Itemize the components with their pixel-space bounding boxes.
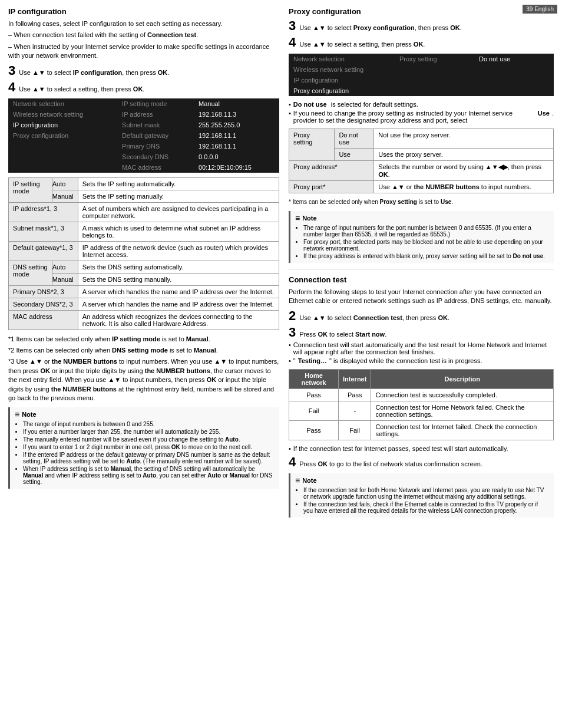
menu-cell-wireless: Wireless network setting: [8, 109, 117, 120]
info-desc-auto: Sets the IP setting automatically.: [78, 177, 279, 190]
left-note-item-4: If you want to enter 1 or 2 digit number…: [23, 444, 275, 450]
menu-cell-pdns-label: Primary DNS: [117, 141, 194, 151]
proxy-row-address: Proxy address* Selects the number or wor…: [289, 161, 554, 181]
proxy-note-box: Note The range of input numbers for the …: [289, 211, 554, 263]
info-row-subnet: Subnet mask*1, 3 A mask which is used to…: [9, 222, 279, 241]
right-step3-text: Use ▲▼ to select Proxy configuration, th…: [299, 24, 462, 31]
proxy-row-donotuse: Proxy setting Do not use Not use the pro…: [289, 129, 554, 149]
info-label-ipsetting: IP settingmode: [9, 177, 52, 202]
info-desc-mac: An address which recognizes the devices …: [78, 310, 279, 330]
menu-cell-manual: Manual: [194, 98, 279, 109]
conn-after-bullet-1: If the connection test for Internet pass…: [289, 445, 554, 452]
conn-step4-line: 4 Press OK to go to the list of network …: [289, 456, 554, 469]
conn-row3-desc: Connection test for Internet failed. Che…: [371, 420, 554, 440]
proxy-menu-proxy-setting: Proxy setting: [395, 54, 474, 64]
left-note-title: Note: [15, 410, 275, 419]
info-label-gateway: Default gateway*1, 3: [9, 241, 78, 261]
proxy-menu-row-2: Wireless network setting: [289, 64, 554, 75]
menu-cell-subnet-label: Subnet mask: [117, 120, 194, 130]
left-step3-text: Use ▲▼ to select IP configuration, then …: [19, 69, 169, 76]
proxy-desc-donotuse: Not use the proxy server.: [374, 129, 554, 149]
left-note-list: The range of input numbers is between 0 …: [15, 421, 275, 485]
conn-step2-num: 2: [289, 309, 296, 322]
info-desc-dns-auto: Sets the DNS setting automatically.: [78, 261, 279, 273]
conn-step2-text: Use ▲▼ to select Connection test, then p…: [299, 314, 449, 321]
proxy-menu-wireless: Wireless network setting: [289, 64, 395, 75]
conn-th-internet: Internet: [339, 369, 371, 388]
left-step3-line: 3 Use ▲▼ to select IP configuration, the…: [8, 64, 279, 77]
conn-table-body: Pass Pass Connection test is successfull…: [289, 388, 554, 440]
info-sublabel-dns-auto: Auto: [52, 261, 78, 273]
conn-note-2: If the connection test fails, check if t…: [303, 501, 549, 514]
proxy-bullet-1: Do not use is selected for default setti…: [289, 101, 554, 108]
right-column: Proxy configuration 3 Use ▲▼ to select P…: [289, 7, 554, 721]
left-intro: In following cases, select IP configurat…: [8, 19, 279, 28]
conn-step3-line: 3 Press OK to select Start now.: [289, 326, 554, 339]
info-label-ipaddr: IP address*1, 3: [9, 202, 78, 222]
proxy-label-setting: Proxy setting: [289, 129, 335, 161]
menu-row-7: MAC address 00:12:0E:10:09:15: [8, 162, 279, 173]
proxy-bullet-2: If you need to change the proxy setting …: [289, 110, 554, 124]
menu-row-5: Primary DNS 192.168.11.1: [8, 141, 279, 151]
proxy-note-list: The range of input numbers for the port …: [295, 225, 549, 259]
conn-step4-num: 4: [289, 456, 296, 469]
menu-cell-sdns-label: Secondary DNS: [117, 151, 194, 162]
conn-row1-home: Pass: [289, 388, 339, 401]
conn-note-box: Note If the connection test for both Hom…: [289, 473, 554, 518]
menu-cell-proxy: Proxy configuration: [8, 130, 117, 141]
proxy-menu-ipconfig: IP configuration: [289, 75, 395, 85]
left-bullet-1: – When connection test failed with the s…: [8, 31, 279, 39]
page-number: 39: [526, 6, 533, 12]
conn-step2-line: 2 Use ▲▼ to select Connection test, then…: [289, 309, 554, 322]
left-note-box: Note The range of input numbers is betwe…: [8, 407, 279, 489]
conn-note-title: Note: [295, 476, 549, 485]
conn-bullet-2: "Testing…" is displayed while the connec…: [289, 357, 554, 364]
menu-cell-sdns-val: 0.0.0.0: [194, 151, 279, 162]
menu-row-2: Wireless network setting IP address 192.…: [8, 109, 279, 120]
proxy-row-port: Proxy port* Use ▲▼ or the NUMBER buttons…: [289, 181, 554, 193]
info-row-mac: MAC address An address which recognizes …: [9, 310, 279, 330]
proxy-label-address: Proxy address*: [289, 161, 374, 181]
info-desc-pdns: A server which handles the name and IP a…: [78, 285, 279, 298]
right-step4-num: 4: [289, 36, 296, 49]
conn-row1-desc: Connection test is successfully complete…: [371, 388, 554, 401]
section-divider: [289, 269, 554, 269]
conn-test-table: Home network Internet Description Pass P…: [289, 369, 554, 440]
conn-step3-text: Press OK to select Start now.: [299, 331, 386, 338]
menu-cell-ipsetting: IP setting mode: [117, 98, 194, 109]
info-desc-sdns: A server which handles the name and IP a…: [78, 298, 279, 310]
proxy-menu-row-3: IP configuration: [289, 75, 554, 85]
conn-intro: Perform the following steps to test your…: [289, 288, 554, 306]
proxy-menu-col3-empty2: [474, 75, 554, 85]
menu-row-3: IP configuration Subnet mask 255.255.255…: [8, 120, 279, 130]
left-note-item-3: The manually entered number will be save…: [23, 436, 275, 443]
conn-row2-home: Fail: [289, 401, 339, 420]
info-row-dns-auto: DNS settingmode Auto Sets the DNS settin…: [9, 261, 279, 273]
page: 39 English IP configuration In following…: [0, 0, 562, 728]
info-label-dns: DNS settingmode: [9, 261, 52, 285]
menu-row-4: Proxy configuration Default gateway 192.…: [8, 130, 279, 141]
proxy-label-port: Proxy port*: [289, 181, 374, 193]
conn-row-1: Pass Pass Connection test is successfull…: [289, 388, 554, 401]
right-step4-line: 4 Use ▲▼ to select a setting, then press…: [289, 36, 554, 49]
info-label-subnet: Subnet mask*1, 3: [9, 222, 78, 241]
left-section-title: IP configuration: [8, 7, 279, 16]
info-desc-manual: Sets the IP setting manually.: [78, 190, 279, 202]
proxy-note-1: The range of input numbers for the port …: [303, 225, 549, 238]
conn-row1-internet: Pass: [339, 388, 371, 401]
menu-cell-ipaddr-label: IP address: [117, 109, 194, 120]
conn-step3-num: 3: [289, 326, 296, 339]
left-step4-text: Use ▲▼ to select a setting, then press O…: [19, 85, 144, 93]
info-label-sdns: Secondary DNS*2, 3: [9, 298, 78, 310]
proxy-note-title: Note: [295, 213, 549, 223]
conn-note-1: If the connection test for both Home Net…: [303, 487, 549, 500]
left-step4-line: 4 Use ▲▼ to select a setting, then press…: [8, 81, 279, 94]
proxy-menu-do-not-use: Do not use: [474, 54, 554, 64]
proxy-desc-port: Use ▲▼ or the NUMBER buttons to input nu…: [374, 181, 554, 193]
left-note-item-5: If the entered IP address or the default…: [23, 452, 275, 465]
proxy-desc-address: Selects the number or word by using ▲▼◀▶…: [374, 161, 554, 181]
left-note-item-2: If you enter a number larger than 255, t…: [23, 429, 275, 435]
conn-note-list: If the connection test for both Home Net…: [295, 487, 549, 514]
proxy-menu-col2-empty1: [395, 64, 474, 75]
menu-cell-empty1: [8, 141, 117, 151]
